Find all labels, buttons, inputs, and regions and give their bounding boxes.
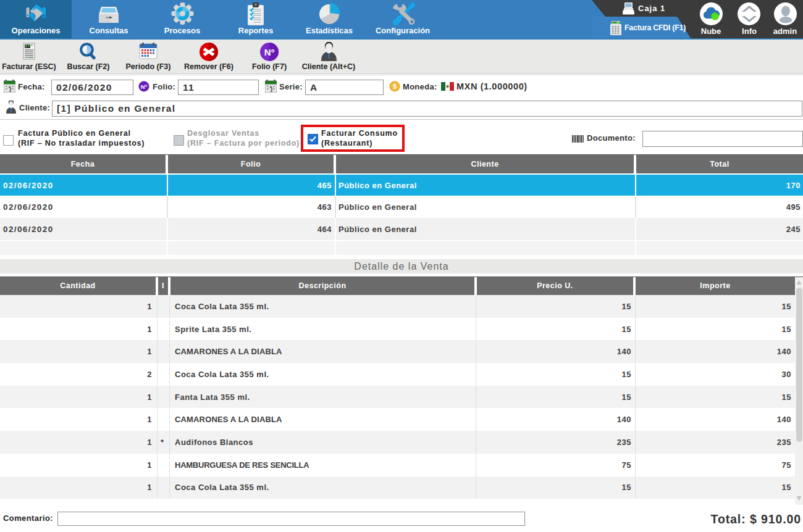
svg-text:$: $ bbox=[393, 83, 397, 90]
svg-text:Nº: Nº bbox=[141, 83, 148, 90]
svg-text:Nº: Nº bbox=[264, 47, 275, 57]
